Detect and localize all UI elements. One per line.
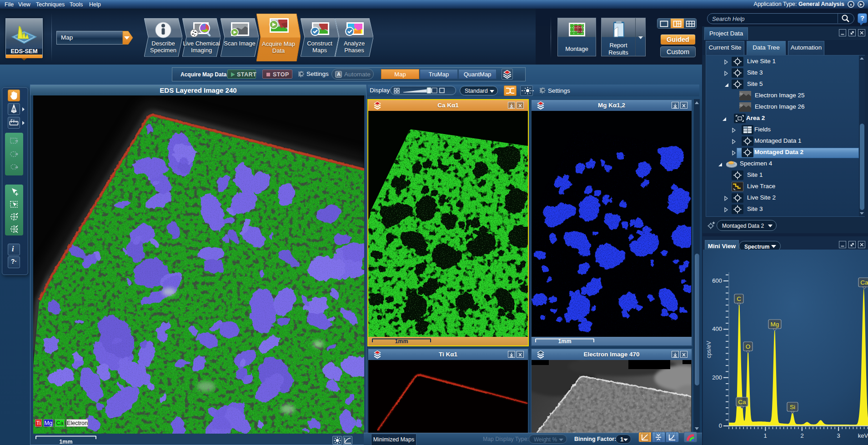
- svg-text:Ca: Ca: [860, 279, 868, 286]
- svg-text:cps/eV: cps/eV: [706, 340, 712, 358]
- svg-text:C: C: [737, 295, 741, 302]
- svg-text:200: 200: [712, 374, 722, 381]
- svg-text:Si: Si: [790, 404, 795, 410]
- svg-text:2: 2: [800, 432, 803, 439]
- svg-text:Mg: Mg: [771, 321, 779, 328]
- svg-text:1: 1: [763, 432, 767, 439]
- svg-text:3: 3: [837, 432, 840, 439]
- svg-text:0: 0: [719, 422, 722, 429]
- svg-text:keV: keV: [858, 432, 868, 439]
- svg-text:Ca: Ca: [738, 399, 746, 405]
- svg-text:O: O: [746, 343, 751, 350]
- svg-text:600: 600: [712, 277, 722, 284]
- svg-text:400: 400: [712, 325, 722, 332]
